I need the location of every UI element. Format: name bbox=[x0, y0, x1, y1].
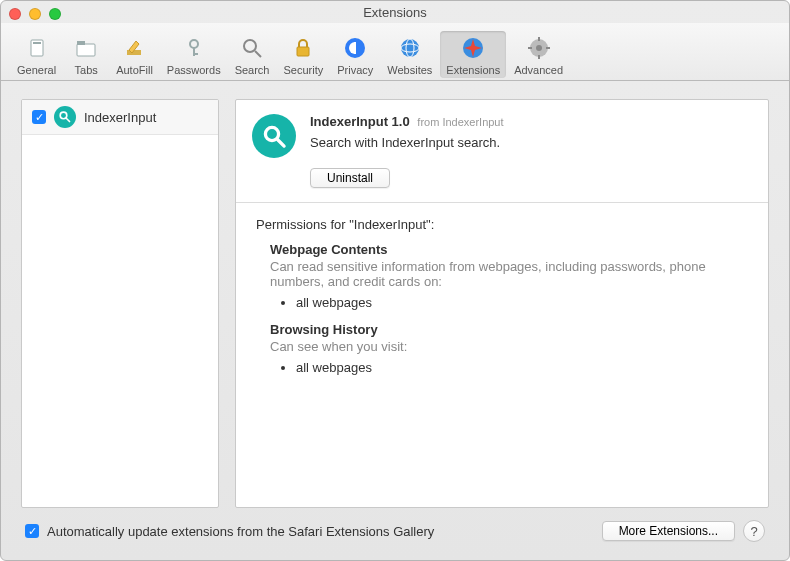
extension-detail-pane: IndexerInput 1.0 from IndexerInput Searc… bbox=[235, 99, 769, 508]
permission-title: Webpage Contents bbox=[270, 242, 748, 257]
permission-item: all webpages bbox=[296, 360, 748, 375]
tabs-icon bbox=[72, 34, 100, 62]
permission-title: Browsing History bbox=[270, 322, 748, 337]
tab-extensions[interactable]: Extensions bbox=[440, 31, 506, 78]
security-icon bbox=[289, 34, 317, 62]
search-icon bbox=[238, 34, 266, 62]
more-extensions-button[interactable]: More Extensions... bbox=[602, 521, 735, 541]
detail-header: IndexerInput 1.0 from IndexerInput Searc… bbox=[236, 100, 768, 168]
general-icon bbox=[23, 34, 51, 62]
advanced-icon bbox=[525, 34, 553, 62]
footer: ✓ Automatically update extensions from t… bbox=[21, 508, 769, 548]
tab-passwords[interactable]: Passwords bbox=[161, 31, 227, 78]
sidebar-item-indexerinput[interactable]: ✓ IndexerInput bbox=[22, 100, 218, 135]
help-button[interactable]: ? bbox=[743, 520, 765, 542]
content-area: ✓ IndexerInput IndexerInput 1.0 from Ind… bbox=[1, 81, 789, 560]
svg-line-26 bbox=[277, 139, 284, 146]
autofill-icon bbox=[120, 34, 148, 62]
titlebar: Extensions bbox=[1, 1, 789, 23]
extension-title: IndexerInput 1.0 bbox=[310, 114, 410, 129]
permission-item: all webpages bbox=[296, 295, 748, 310]
extensions-sidebar: ✓ IndexerInput bbox=[21, 99, 219, 508]
svg-point-5 bbox=[190, 40, 198, 48]
auto-update-checkbox[interactable]: ✓ bbox=[25, 524, 39, 538]
tab-search[interactable]: Search bbox=[229, 31, 276, 78]
permission-subtitle: Can see when you visit: bbox=[270, 339, 748, 354]
websites-icon bbox=[396, 34, 424, 62]
svg-line-24 bbox=[67, 119, 70, 122]
permissions-section: Permissions for "IndexerInput": Webpage … bbox=[236, 203, 768, 401]
svg-rect-7 bbox=[193, 53, 198, 55]
permissions-heading: Permissions for "IndexerInput": bbox=[256, 217, 748, 232]
panes: ✓ IndexerInput IndexerInput 1.0 from Ind… bbox=[21, 99, 769, 508]
tab-autofill[interactable]: AutoFill bbox=[110, 31, 159, 78]
extension-author: from IndexerInput bbox=[417, 116, 503, 128]
extensions-icon bbox=[459, 34, 487, 62]
tab-general[interactable]: General bbox=[11, 31, 62, 78]
privacy-icon bbox=[341, 34, 369, 62]
extension-name: IndexerInput bbox=[84, 110, 156, 125]
svg-point-8 bbox=[244, 40, 256, 52]
auto-update-label: Automatically update extensions from the… bbox=[47, 524, 434, 539]
preferences-toolbar: General Tabs AutoFill Passwords Search bbox=[1, 23, 789, 81]
extension-icon bbox=[54, 106, 76, 128]
permission-subtitle: Can read sensitive information from webp… bbox=[270, 259, 748, 289]
tab-privacy[interactable]: Privacy bbox=[331, 31, 379, 78]
tab-tabs[interactable]: Tabs bbox=[64, 31, 108, 78]
svg-rect-3 bbox=[77, 41, 85, 45]
window-title: Extensions bbox=[1, 5, 789, 20]
svg-line-9 bbox=[255, 51, 261, 57]
svg-rect-12 bbox=[354, 42, 356, 54]
extension-large-icon bbox=[252, 114, 296, 158]
svg-rect-1 bbox=[33, 42, 41, 44]
tab-websites[interactable]: Websites bbox=[381, 31, 438, 78]
preferences-window: Extensions General Tabs AutoFill Passwor… bbox=[0, 0, 790, 561]
extension-enable-checkbox[interactable]: ✓ bbox=[32, 110, 46, 124]
svg-rect-2 bbox=[77, 44, 95, 56]
svg-point-13 bbox=[401, 39, 419, 57]
tab-security[interactable]: Security bbox=[277, 31, 329, 78]
passwords-icon bbox=[180, 34, 208, 62]
permission-block-webpage-contents: Webpage Contents Can read sensitive info… bbox=[270, 242, 748, 310]
extension-description: Search with IndexerInput search. bbox=[310, 135, 752, 150]
uninstall-button[interactable]: Uninstall bbox=[310, 168, 390, 188]
svg-rect-10 bbox=[297, 47, 309, 56]
tab-advanced[interactable]: Advanced bbox=[508, 31, 569, 78]
svg-point-18 bbox=[536, 45, 542, 51]
permission-block-browsing-history: Browsing History Can see when you visit:… bbox=[270, 322, 748, 375]
